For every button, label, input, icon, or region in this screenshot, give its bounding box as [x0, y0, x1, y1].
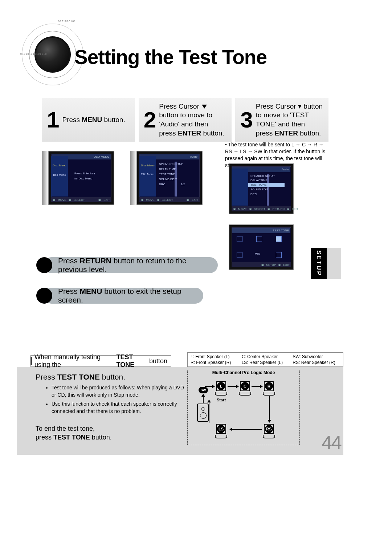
step-1-number: 1 [47, 109, 59, 131]
setup-tab: SETUP [311, 248, 327, 279]
spk-R-icon: R [265, 382, 273, 390]
screenshot-step3b: TEST TONE MIN ▣SETUP▣EXIT [229, 224, 294, 270]
testtone-bullets: Test tone will be produced as follows: W… [46, 384, 185, 417]
spk-L-icon: L [217, 382, 225, 390]
step-2: 2 Press Cursor button to move to 'Audio'… [139, 98, 232, 142]
screenshot-step3a: Audio SPEAKER SETUP DELAY TIME TEST TONE… [229, 163, 294, 214]
step-1-text: Press MENU button. [62, 116, 125, 125]
manual-test-panel: When manually testing using the TEST TON… [17, 352, 343, 455]
screenshot-step2: Audio SPEAKER SETUP DELAY TIME TEST TONE… [130, 151, 203, 205]
step-3: 3 Press Cursor ▾ button to move to 'TEST… [235, 98, 328, 142]
start-label: Start [217, 398, 226, 402]
spk-RS-icon: RS [265, 425, 273, 433]
manual-test-heading: When manually testing using the TEST TON… [30, 355, 171, 367]
setup-tab-shadow [327, 248, 341, 279]
page-title: Setting the Test Tone [74, 45, 267, 69]
steps-row: 1 Press MENU button. 2 Press Cursor butt… [42, 98, 328, 142]
step-2-text: Press Cursor button to move to 'Audio' a… [159, 102, 226, 138]
step-3-number: 3 [240, 109, 253, 131]
cursor-down-icon [202, 105, 207, 109]
spk-C-icon: C [241, 382, 249, 390]
spk-LS-icon: LS [217, 425, 225, 433]
press-testtone-heading: Press TEST TONE button. [36, 373, 125, 381]
speaker-flow-diagram: Multi-Channel Pro Logic Mode L C R LS RS… [187, 370, 300, 445]
step-1: 1 Press MENU button. [42, 98, 135, 142]
speaker-legend: L: Front Speaker (L) C: Center Speaker S… [187, 352, 343, 367]
spk-SW-icon: SW [199, 387, 208, 393]
menu-exit-instruction: Press MENU button to exit the setup scre… [44, 288, 203, 304]
subwoofer-icon [197, 404, 209, 422]
screenshot-step1: OSD MENU Disc Menu Title Menu Press Ente… [42, 151, 114, 205]
step-3-text: Press Cursor ▾ button to move to 'TEST T… [256, 102, 323, 138]
page-number: 44 [322, 432, 341, 453]
return-instruction: Press RETURN button to return to the pre… [44, 257, 218, 273]
step-2-number: 2 [144, 109, 156, 131]
end-testtone-text: To end the test tone, press TEST TONE bu… [36, 424, 112, 442]
